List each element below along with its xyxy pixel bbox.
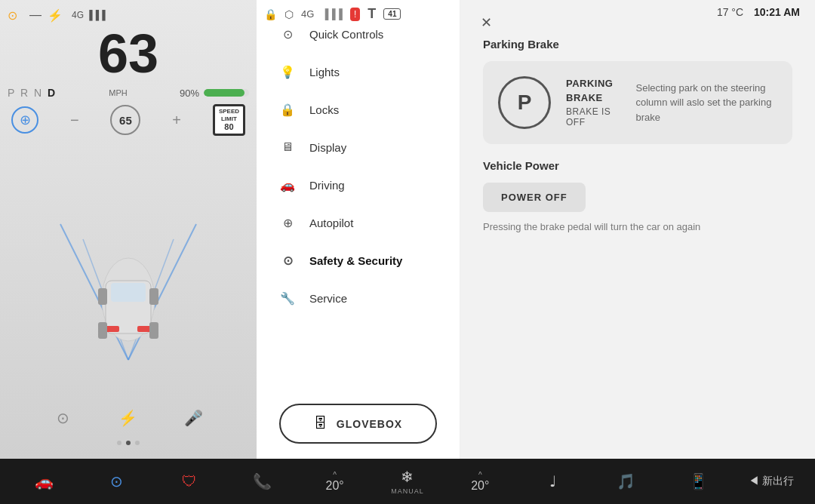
taskbar-audio-1-button[interactable]: ♩ (531, 472, 576, 490)
speedometer: 63 (98, 26, 158, 81)
temp-left-display: ^ 20° (326, 471, 344, 493)
vehicle-power-title: Vehicle Power (483, 159, 792, 172)
driving-icon: 🚗 (279, 177, 296, 193)
speed-unit-label: MPH (109, 88, 127, 97)
signal-bars: ▐▐▐ (321, 8, 343, 20)
svg-rect-10 (149, 288, 158, 305)
audio-1-icon: ♩ (549, 472, 556, 490)
temp-right-caret: ^ (478, 471, 482, 479)
menu-item-lights[interactable]: 💡 Lights (257, 53, 460, 91)
dash-icon: — (29, 8, 42, 22)
gear-selector: P R N D (8, 87, 57, 99)
service-icon: 🔧 (279, 290, 296, 306)
dot-3 (135, 441, 140, 445)
taskbar-phone-button[interactable]: 📞 (239, 472, 284, 490)
right-panel: BUCKHEAD ✕ Parking Brake P PARKING BRAKE… (460, 0, 815, 459)
svg-rect-7 (106, 326, 119, 332)
parking-p-letter: P (518, 91, 532, 115)
speed-controls-row: ⊕ − 65 + SPEEDLIMIT 80 (0, 104, 257, 136)
lights-icon: 💡 (279, 63, 296, 80)
steering-icon: ⊕ (11, 106, 38, 134)
taskbar-temp-right[interactable]: ^ 20° (457, 471, 503, 493)
decrease-speed-button[interactable]: − (70, 112, 79, 129)
temp-right-display: ^ 20° (471, 471, 489, 493)
power-icon: ⚡ (48, 8, 63, 23)
display-icon: 🖥 (279, 139, 296, 155)
right-panel-content: Parking Brake P PARKING BRAKE BRAKE IS O… (483, 15, 792, 232)
speed-limit-sign: SPEEDLIMIT 80 (213, 104, 245, 136)
tesla-logo: T (368, 6, 376, 22)
safety-label: Safety & Security (309, 254, 402, 267)
taskbar-car-button[interactable]: 🚗 (21, 472, 66, 490)
parking-brake-description: Selecting park on the steering column wi… (635, 81, 777, 125)
menu-item-locks[interactable]: 🔒 Locks (257, 91, 460, 128)
music-icon: 🎵 (617, 472, 635, 490)
taskbar-tire-button[interactable]: ⊙ (94, 472, 140, 490)
menu-item-autopilot[interactable]: ⊕ Autopilot (257, 204, 460, 241)
left-bottom-icons: ⊙ ⚡ 🎤 (0, 407, 257, 429)
dot-1 (117, 441, 121, 445)
taskbar-mobile-button[interactable]: 📱 (675, 472, 721, 490)
autopilot-label: Autopilot (309, 217, 353, 229)
left-panel: ⊙ — ⚡ 4G ▐▐▐ 63 P R N D MPH 90% (0, 0, 257, 459)
locks-label: Locks (309, 103, 339, 116)
alert-icon: ! (350, 8, 360, 21)
lights-label: Lights (309, 66, 340, 78)
menu-item-display[interactable]: 🖥 Display (257, 128, 460, 166)
parking-brake-icon: P (498, 76, 551, 129)
battery-indicator: 90% (180, 88, 249, 99)
menu-item-service[interactable]: 🔧 Service (257, 279, 460, 317)
parking-brake-name-line1: PARKING (566, 78, 613, 89)
menu-item-safety-security[interactable]: ⊙ Safety & Security (257, 241, 460, 279)
menu-item-driving[interactable]: 🚗 Driving (257, 166, 460, 204)
battery-percent: 90% (180, 88, 199, 99)
bluetooth-icon: ⬡ (284, 8, 294, 20)
tire-pressure-icon: ⊙ (8, 8, 17, 23)
dot-2 (126, 441, 131, 445)
driving-label: Driving (309, 179, 345, 192)
settings-icon[interactable]: ⊙ (52, 407, 73, 429)
parking-brake-title: Parking Brake (483, 38, 792, 51)
svg-rect-12 (149, 322, 158, 339)
time-display: 10:21 AM (754, 6, 800, 18)
svg-rect-8 (137, 326, 151, 332)
taskbar-fan-button[interactable]: ❄ MANUAL (385, 468, 430, 495)
shield-icon: 🛡 (182, 473, 197, 490)
taskbar-shield-button[interactable]: 🛡 (167, 473, 212, 490)
car-svg (45, 164, 211, 375)
phone-icon: 📞 (253, 472, 272, 490)
svg-rect-6 (111, 283, 146, 302)
quick-controls-label: Quick Controls (309, 28, 383, 41)
parking-brake-name-line2: BRAKE (566, 92, 613, 103)
temp-right-degree: 20° (471, 479, 489, 493)
display-label: Display (309, 141, 346, 154)
taskbar-brand-button[interactable]: ◀ 新出行 (749, 475, 794, 488)
menu-panel: ⊙ Quick Controls 💡 Lights 🔒 Locks 🖥 Disp… (257, 0, 460, 459)
svg-rect-11 (98, 322, 107, 339)
top-right-status: 17 °C 10:21 AM (717, 6, 800, 18)
parking-brake-status: BRAKE IS OFF (566, 106, 613, 128)
locks-icon: 🔒 (279, 101, 296, 118)
autopilot-icon: ⊕ (279, 214, 296, 231)
speed-value: 63 (98, 26, 158, 81)
temp-left-caret: ^ (333, 471, 337, 479)
parking-brake-card: P PARKING BRAKE BRAKE IS OFF Selecting p… (483, 61, 792, 144)
taskbar-music-button[interactable]: 🎵 (603, 472, 648, 490)
mic-icon[interactable]: 🎤 (183, 407, 205, 429)
gear-battery-row: P R N D MPH 90% (8, 87, 249, 99)
quick-controls-icon: ⊙ (279, 26, 296, 42)
glovebox-icon: 🗄 (314, 416, 328, 432)
page-dots-indicator (117, 441, 140, 445)
volume-icon: ◀ 新出行 (749, 475, 794, 488)
taskbar: 🚗 ⊙ 🛡 📞 ^ 20° ❄ MANUAL ^ 20° ♩ 🎵 📱 ◀ 新出行 (0, 459, 815, 504)
glovebox-button[interactable]: 🗄 GLOVEBOX (279, 404, 437, 444)
charge-icon[interactable]: ⚡ (118, 407, 139, 429)
power-off-button[interactable]: POWER OFF (483, 183, 586, 212)
mobile-icon: 📱 (689, 472, 708, 490)
vehicle-power-section: Vehicle Power POWER OFF Pressing the bra… (483, 159, 792, 232)
taskbar-temp-left[interactable]: ^ 20° (312, 471, 358, 493)
menu-items-list: ⊙ Quick Controls 💡 Lights 🔒 Locks 🖥 Disp… (257, 0, 460, 392)
lock-icon: 🔒 (264, 8, 277, 20)
temp-left-degree: 20° (326, 479, 344, 493)
increase-speed-button[interactable]: + (172, 112, 181, 129)
